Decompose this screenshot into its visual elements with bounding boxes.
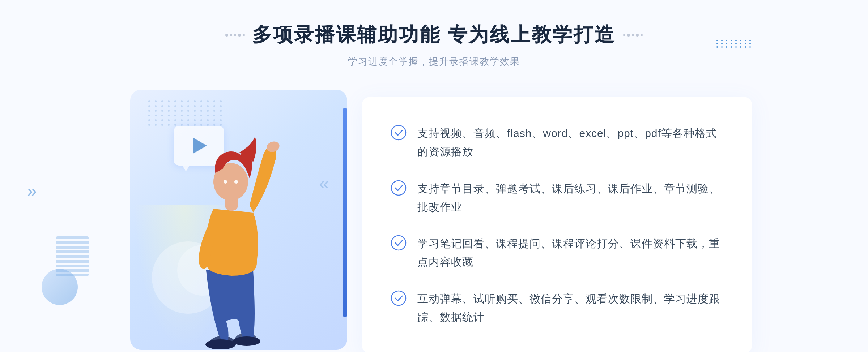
blue-accent-bar [343,108,347,317]
illustration-dot-grid [148,100,224,126]
features-panel: 支持视频、音频、flash、word、excel、ppt、pdf等各种格式的资源… [362,97,752,352]
header-title-row: 多项录播课辅助功能 专为线上教学打造 [225,22,642,48]
header-right-dots [623,34,643,37]
feature-text-2: 支持章节目录、弹题考试、课后练习、课后作业、章节测验、批改作业 [417,179,723,216]
illustration-panel: » [116,90,362,352]
page-main-title: 多项录播课辅助功能 专为线上教学打造 [252,22,616,48]
svg-point-10 [391,181,406,195]
svg-point-5 [224,180,227,184]
check-icon-3 [391,235,407,251]
feature-text-4: 互动弹幕、试听购买、微信分享、观看次数限制、学习进度跟踪、数据统计 [417,289,723,326]
illustration-background: » [130,90,347,350]
svg-point-11 [391,236,406,250]
feature-item-1: 支持视频、音频、flash、word、excel、ppt、pdf等各种格式的资源… [391,117,723,168]
human-figure [166,126,297,350]
chevron-left-decoration: » [27,181,37,201]
content-area: » [116,90,752,352]
svg-point-7 [205,339,236,349]
svg-point-6 [234,180,238,184]
top-right-dots-decoration [716,40,752,48]
svg-point-9 [391,125,406,140]
svg-point-8 [233,336,260,346]
chevron-deco-illustration: » [319,173,329,194]
striped-decoration [56,236,89,276]
svg-point-12 [391,291,406,305]
feature-text-1: 支持视频、音频、flash、word、excel、ppt、pdf等各种格式的资源… [417,124,723,161]
check-icon-2 [391,180,407,196]
feature-item-3: 学习笔记回看、课程提问、课程评论打分、课件资料下载，重点内容收藏 [391,227,723,278]
feature-item-4: 互动弹幕、试听购买、微信分享、观看次数限制、学习进度跟踪、数据统计 [391,282,723,334]
header-left-dots [225,34,245,37]
check-icon-4 [391,290,407,306]
header-section: 多项录播课辅助功能 专为线上教学打造 学习进度全掌握，提升录播课教学效果 [225,22,642,68]
page-container: » 多项录播课辅助功能 专为线上教学打造 [0,0,868,352]
page-subtitle: 学习进度全掌握，提升录播课教学效果 [225,55,642,68]
feature-text-3: 学习笔记回看、课程提问、课程评论打分、课件资料下载，重点内容收藏 [417,234,723,271]
check-icon-1 [391,125,407,141]
feature-item-2: 支持章节目录、弹题考试、课后练习、课后作业、章节测验、批改作业 [391,172,723,223]
